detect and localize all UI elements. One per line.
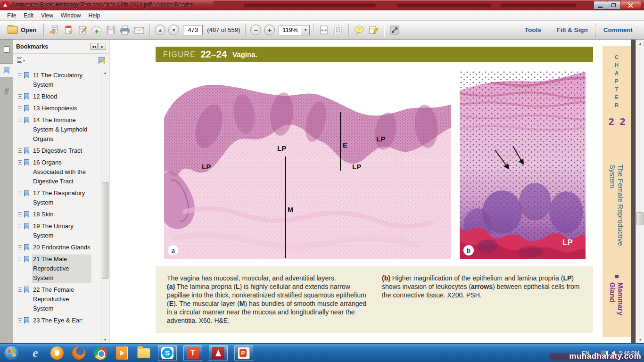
attachments-tab[interactable] [0, 84, 13, 98]
start-button[interactable] [4, 345, 20, 361]
zoom-level-combo[interactable]: 119% ▼ [279, 25, 310, 35]
share-document-button[interactable] [49, 25, 60, 36]
restore-button[interactable] [607, 1, 620, 9]
menu-file[interactable]: File [4, 11, 19, 20]
taskbar-skype[interactable]: S [158, 345, 177, 361]
bookmark-item[interactable]: + 12 Blood [18, 92, 101, 101]
bookmarks-scrollbar-thumb[interactable] [102, 182, 108, 279]
sign-document-button[interactable] [77, 25, 88, 36]
bookmark-item[interactable]: + 23 The Eye & Ear: [18, 316, 101, 325]
close-button[interactable] [620, 1, 641, 9]
menu-bar: File Edit View Window Help [0, 10, 644, 21]
chapter-title: The Female Reproductive System [609, 165, 625, 271]
bookmark-item[interactable]: + 22 The Female Reproductive System [18, 285, 101, 313]
tools-panel-button[interactable]: Tools [517, 26, 549, 33]
expand-icon[interactable]: + [18, 191, 22, 195]
menu-edit[interactable]: Edit [20, 11, 37, 20]
taskbar-media-player[interactable] [115, 346, 130, 361]
comment-panel-button[interactable]: Comment [596, 26, 640, 33]
expand-icon[interactable]: + [18, 148, 22, 153]
bookmark-item-selected[interactable]: + 21 The Male Reproductive System [18, 255, 101, 283]
fullscreen-button[interactable] [389, 25, 400, 36]
collapse-panel-button[interactable]: ◀◀ [90, 43, 98, 50]
taskbar-t-app[interactable]: T [183, 345, 202, 361]
chapter-side-tab: CHAPTER 2 2 The Female Reproductive Syst… [603, 46, 631, 337]
bookmark-item[interactable]: + 14 The Immune System & Lymphoid Organs [18, 115, 101, 144]
zoom-out-button[interactable]: − [250, 25, 261, 35]
menu-view[interactable]: View [38, 11, 57, 20]
expand-icon[interactable]: + [18, 257, 22, 261]
pdf-page[interactable]: FIGURE 22–24 Vagina. [109, 40, 636, 343]
close-icon [628, 3, 633, 8]
expand-icon[interactable]: + [18, 288, 22, 292]
page-number-input[interactable] [183, 25, 203, 35]
scroll-up-icon[interactable]: ▲ [101, 69, 109, 76]
bookmark-item[interactable]: + 16 Organs Associated with the Digestiv… [18, 158, 101, 186]
panel-b-badge: b [463, 245, 474, 255]
caption-right: (b) Higher magnification of the epitheli… [382, 274, 584, 299]
title-bar[interactable]: Junqueiras Basic Histology Text and Atla… [0, 0, 644, 10]
expand-icon[interactable]: + [18, 118, 22, 122]
expand-icon[interactable]: + [18, 160, 22, 165]
bookmark-item[interactable]: + 20 Endocrine Glands [18, 243, 101, 252]
expand-icon[interactable]: + [18, 318, 22, 322]
taskbar-windows-explorer[interactable] [136, 346, 151, 361]
menu-window[interactable]: Window [58, 11, 84, 20]
chapter-number: 2 2 [605, 116, 628, 158]
bookmark-icon [24, 223, 29, 230]
bookmarks-tab[interactable] [0, 63, 13, 77]
taskbar-chrome[interactable] [93, 346, 108, 361]
create-pdf-button[interactable] [63, 25, 74, 36]
bookmark-item[interactable]: + 11 The Circulatory System [18, 71, 101, 90]
expand-icon[interactable]: + [18, 94, 22, 99]
expand-panel-button[interactable]: ▶ [99, 43, 106, 50]
menu-help[interactable]: Help [85, 11, 104, 20]
chevron-down-icon: ▼ [304, 28, 307, 32]
create-pdf-icon [63, 25, 74, 35]
taskbar-gom-player[interactable] [50, 346, 65, 361]
email-button[interactable] [133, 25, 145, 36]
taskbar-firefox[interactable] [71, 346, 86, 361]
taskbar-adobe-reader[interactable] [209, 345, 228, 361]
label-lp: LP [376, 135, 385, 143]
zoom-in-button[interactable]: + [264, 25, 275, 35]
zoom-dropdown-button[interactable]: ▼ [301, 25, 310, 35]
window-title: Junqueiras Basic Histology Text and Atla… [11, 1, 193, 8]
comment-bubble-button[interactable] [354, 25, 365, 36]
bookmark-item[interactable]: + 13 Hemopoiesis [18, 104, 101, 113]
taskbar-internet-explorer[interactable]: e [28, 346, 43, 361]
print-button[interactable] [119, 25, 131, 36]
bookmark-item[interactable]: + 19 The Urinary System [18, 222, 101, 240]
expand-icon[interactable]: + [18, 73, 22, 77]
scroll-down-icon[interactable]: ▼ [101, 336, 109, 343]
next-page-button[interactable]: ▼ [168, 25, 179, 35]
expand-icon[interactable]: + [18, 212, 22, 216]
skype-icon: S [161, 347, 173, 359]
bookmark-options-button[interactable]: ▼ [17, 57, 25, 64]
bookmark-item[interactable]: + 17 The Respiratory System [18, 189, 101, 207]
document-scrollbar[interactable]: ▲ ▼ [636, 40, 644, 343]
scroll-up-icon[interactable]: ▲ [636, 40, 644, 47]
scroll-down-icon[interactable]: ▼ [636, 336, 644, 343]
open-button[interactable]: Open [4, 25, 40, 35]
page-thumbnails-tab[interactable] [0, 42, 13, 57]
document-scrollbar-thumb[interactable] [636, 212, 644, 225]
fit-page-button[interactable] [332, 25, 344, 36]
expand-icon[interactable]: + [18, 224, 22, 228]
new-bookmark-button[interactable] [99, 57, 105, 64]
bookmarks-scrollbar[interactable]: ▲ ▼ [101, 69, 109, 343]
expand-icon[interactable]: + [18, 245, 22, 249]
chapter-subtitle: Mammary Gland [609, 282, 625, 337]
minus-icon: − [254, 26, 258, 34]
previous-page-button[interactable]: ▲ [155, 25, 165, 35]
save-button[interactable] [105, 25, 116, 36]
fill-sign-panel-button[interactable]: Fill & Sign [549, 26, 595, 33]
highlight-text-button[interactable] [368, 25, 379, 36]
bookmark-item[interactable]: + 15 Digestive Tract [18, 146, 101, 156]
expand-icon[interactable]: + [18, 106, 22, 110]
minimize-button[interactable] [594, 1, 607, 9]
send-cloud-button[interactable] [91, 25, 102, 36]
taskbar-powerpoint[interactable]: P [234, 345, 253, 361]
fit-width-button[interactable] [318, 25, 330, 36]
bookmark-item[interactable]: + 18 Skin [18, 210, 101, 219]
